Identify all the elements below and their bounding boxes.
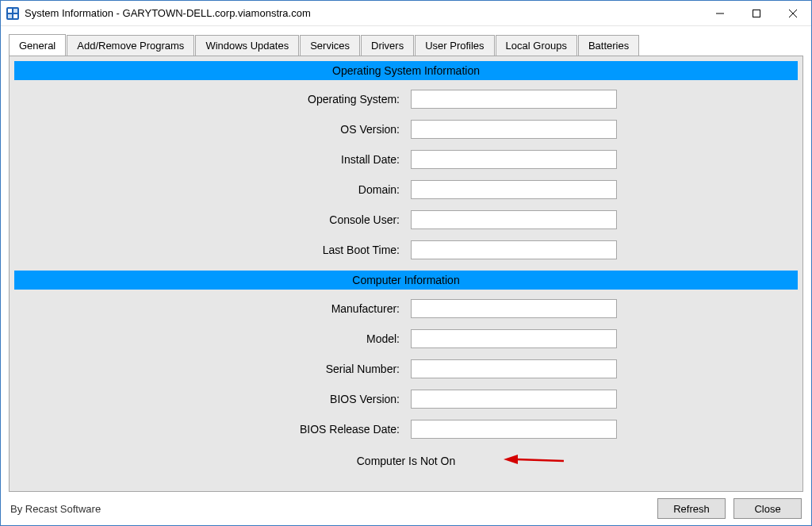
tab-label: Add/Remove Programs — [77, 40, 184, 52]
label: Operating System: — [14, 93, 411, 106]
footer-credit: By Recast Software — [10, 503, 101, 515]
row-bios-version: BIOS Version: — [14, 390, 798, 409]
titlebar: System Information - GARYTOWN-DELL.corp.… — [1, 1, 811, 26]
tab-general[interactable]: General — [9, 34, 66, 56]
tab-batteries[interactable]: Batteries — [578, 35, 639, 56]
tab-local-groups[interactable]: Local Groups — [496, 35, 577, 56]
install-date-field[interactable] — [411, 150, 617, 169]
tab-drivers[interactable]: Drivers — [361, 35, 414, 56]
tab-add-remove-programs[interactable]: Add/Remove Programs — [67, 35, 194, 56]
close-window-button[interactable] — [775, 1, 811, 26]
status-message: Computer Is Not On — [357, 455, 456, 467]
serial-number-field[interactable] — [411, 359, 617, 378]
tabstrip: General Add/Remove Programs Windows Upda… — [1, 26, 811, 56]
row-domain: Domain: — [14, 180, 798, 199]
tab-label: Local Groups — [506, 40, 567, 52]
tab-label: Drivers — [371, 40, 404, 52]
section-header-os: Operating System Information — [14, 61, 798, 80]
tab-windows-updates[interactable]: Windows Updates — [195, 35, 299, 56]
footer: By Recast Software Refresh Close — [1, 492, 811, 525]
bios-version-field[interactable] — [411, 390, 617, 409]
tab-label: Batteries — [588, 40, 629, 52]
row-install-date: Install Date: — [14, 150, 798, 169]
label: Console User: — [14, 213, 411, 226]
tab-services[interactable]: Services — [300, 35, 360, 56]
row-model: Model: — [14, 329, 798, 348]
app-icon — [6, 6, 20, 21]
manufacturer-field[interactable] — [411, 299, 617, 318]
computer-form: Manufacturer: Model: Serial Number: BIOS… — [14, 299, 798, 450]
minimize-button[interactable] — [702, 1, 738, 26]
status-line: Computer Is Not On — [14, 450, 798, 467]
close-button[interactable]: Close — [733, 498, 802, 519]
tab-panel-general: Operating System Information Operating S… — [9, 56, 803, 492]
svg-rect-6 — [753, 10, 760, 17]
annotation-arrow-icon — [502, 453, 565, 470]
refresh-button[interactable]: Refresh — [657, 498, 726, 519]
row-serial-number: Serial Number: — [14, 359, 798, 378]
label: OS Version: — [14, 123, 411, 136]
tab-label: User Profiles — [425, 40, 484, 52]
svg-marker-10 — [504, 455, 518, 464]
section-header-computer: Computer Information — [14, 271, 798, 290]
row-last-boot-time: Last Boot Time: — [14, 240, 798, 259]
last-boot-time-field[interactable] — [411, 240, 617, 259]
label: Install Date: — [14, 153, 411, 166]
console-user-field[interactable] — [411, 210, 617, 229]
tab-label: General — [19, 40, 56, 52]
domain-field[interactable] — [411, 180, 617, 199]
tab-user-profiles[interactable]: User Profiles — [415, 35, 494, 56]
label: Manufacturer: — [14, 302, 411, 315]
os-form: Operating System: OS Version: Install Da… — [14, 90, 798, 271]
model-field[interactable] — [411, 329, 617, 348]
maximize-button[interactable] — [738, 1, 775, 26]
label: Serial Number: — [14, 363, 411, 375]
svg-rect-1 — [8, 9, 12, 13]
svg-rect-4 — [13, 14, 17, 18]
window-controls — [702, 1, 811, 26]
tab-label: Services — [310, 40, 350, 52]
row-operating-system: Operating System: — [14, 90, 798, 109]
button-label: Close — [754, 503, 780, 515]
bios-release-date-field[interactable] — [411, 420, 617, 439]
row-bios-release-date: BIOS Release Date: — [14, 420, 798, 439]
svg-rect-2 — [13, 9, 17, 13]
row-console-user: Console User: — [14, 210, 798, 229]
os-version-field[interactable] — [411, 120, 617, 139]
label: Domain: — [14, 183, 411, 196]
row-manufacturer: Manufacturer: — [14, 299, 798, 318]
svg-rect-3 — [8, 14, 12, 18]
label: BIOS Version: — [14, 393, 411, 405]
operating-system-field[interactable] — [411, 90, 617, 109]
svg-line-9 — [516, 459, 564, 461]
label: BIOS Release Date: — [14, 423, 411, 436]
window-title: System Information - GARYTOWN-DELL.corp.… — [25, 7, 311, 19]
label: Last Boot Time: — [14, 244, 411, 256]
tab-label: Windows Updates — [205, 40, 289, 52]
label: Model: — [14, 332, 411, 345]
app-window: System Information - GARYTOWN-DELL.corp.… — [0, 0, 812, 526]
button-label: Refresh — [673, 503, 710, 515]
row-os-version: OS Version: — [14, 120, 798, 139]
